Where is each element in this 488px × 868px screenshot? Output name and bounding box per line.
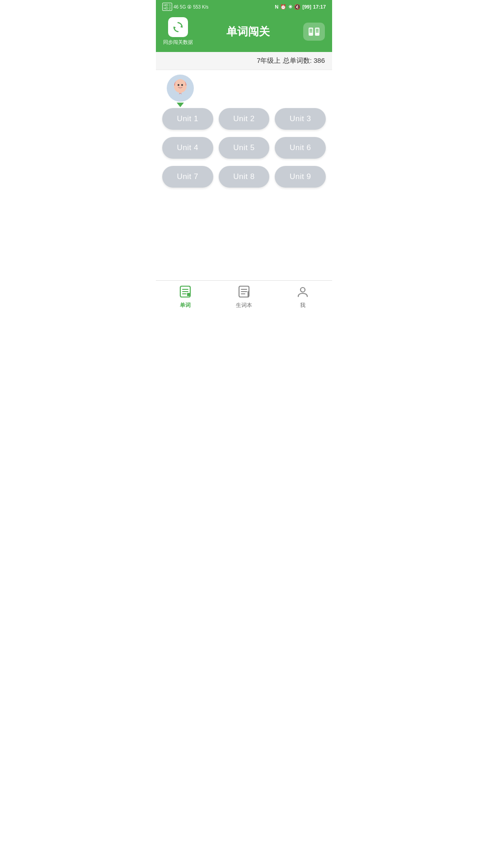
unit-2-button[interactable]: Unit 2 [219, 108, 270, 130]
unit-8-button[interactable]: Unit 8 [219, 166, 270, 188]
svg-rect-4 [310, 29, 312, 30]
battery-indicator: [99] [302, 4, 311, 9]
me-icon [296, 285, 309, 300]
page-title: 单词闯关 [226, 24, 270, 39]
wifi-icon: ⦿ [187, 5, 192, 9]
sync-icon[interactable] [168, 17, 188, 37]
svg-rect-5 [310, 30, 312, 31]
status-bar: HD 1 HD 2 46 5G ⦿ 553 K/s N ⏰ ✳ 🔇 [99] 1… [156, 0, 332, 13]
clock: 17:17 [313, 4, 326, 9]
signal-5g: 5G [180, 5, 186, 9]
nav-label-me: 我 [300, 302, 305, 309]
nav-item-words[interactable]: 单词 [156, 285, 215, 309]
main-content: Unit 1 Unit 2 Unit 3 Unit 4 Unit 5 Unit … [156, 70, 332, 280]
unit-5-button[interactable]: Unit 5 [219, 137, 270, 159]
sync-label: 同步闯关数据 [163, 39, 193, 46]
avatar-arrow [177, 103, 184, 107]
bluetooth-icon: ✳ [288, 4, 292, 10]
grade-word-count: 7年级上 总单词数: 386 [257, 57, 325, 64]
nav-label-words: 单词 [180, 302, 191, 309]
status-right: N ⏰ ✳ 🔇 [99] 17:17 [275, 4, 326, 10]
svg-rect-20 [187, 293, 190, 296]
subtitle-bar: 7年级上 总单词数: 386 [156, 52, 332, 70]
unit-6-button[interactable]: Unit 6 [275, 137, 326, 159]
svg-point-12 [178, 84, 179, 86]
svg-rect-15 [179, 91, 182, 93]
character-avatar [167, 75, 196, 104]
app-header: 同步闯关数据 单词闯关 [156, 13, 332, 52]
unit-1-button[interactable]: Unit 1 [162, 108, 213, 130]
svg-rect-8 [316, 30, 319, 31]
nav-item-me[interactable]: 我 [273, 285, 332, 309]
character-row [162, 70, 326, 104]
vocab-icon [238, 285, 250, 300]
signal-4g: 46 [174, 5, 178, 9]
book-menu-button[interactable] [303, 23, 325, 41]
mute-icon: 🔇 [294, 4, 300, 10]
svg-rect-6 [310, 32, 312, 33]
unit-7-button[interactable]: Unit 7 [162, 166, 213, 188]
sync-button-area[interactable]: 同步闯关数据 [163, 17, 193, 46]
svg-point-13 [181, 84, 183, 86]
hd-badge: HD 1 HD 2 [162, 3, 172, 11]
unit-3-button[interactable]: Unit 3 [275, 108, 326, 130]
speed-indicator: 553 K/s [193, 5, 208, 9]
svg-point-26 [300, 288, 305, 292]
nfc-icon: N [275, 4, 278, 9]
unit-grid: Unit 1 Unit 2 Unit 3 Unit 4 Unit 5 Unit … [162, 108, 326, 188]
unit-9-button[interactable]: Unit 9 [275, 166, 326, 188]
status-left: HD 1 HD 2 46 5G ⦿ 553 K/s [162, 3, 208, 11]
nav-label-vocab: 生词本 [236, 302, 252, 309]
svg-rect-9 [316, 32, 319, 33]
svg-rect-7 [316, 29, 319, 30]
svg-point-11 [175, 79, 186, 90]
avatar-circle [167, 75, 194, 102]
words-icon [179, 285, 192, 300]
bottom-nav: 单词 生词本 我 [156, 280, 332, 316]
alarm-icon: ⏰ [280, 4, 286, 10]
unit-4-button[interactable]: Unit 4 [162, 137, 213, 159]
nav-item-vocab[interactable]: 生词本 [215, 285, 273, 309]
